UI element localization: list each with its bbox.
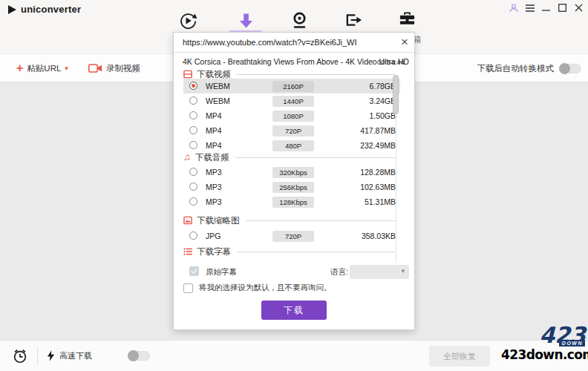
quality-badge: 2160P xyxy=(272,81,314,92)
scrollbar-thumb[interactable] xyxy=(393,75,399,114)
size-label: 3.24GB xyxy=(369,96,396,105)
original-subtitle-checkbox[interactable] xyxy=(189,266,199,276)
radio[interactable] xyxy=(189,96,197,105)
caret-down-icon: ▾ xyxy=(65,65,68,72)
section-divider-line xyxy=(246,220,396,221)
play-triangle-icon xyxy=(7,4,17,15)
size-label: 6.78GB xyxy=(369,82,396,91)
subtitle-section-header: 下载字幕 xyxy=(183,246,395,257)
video-option-row[interactable]: MP4 1080P 1.50GB xyxy=(183,108,400,123)
high-speed-download-group: 高速下载 xyxy=(47,350,150,361)
subtitle-section-label: 下载字幕 xyxy=(197,246,231,257)
radio[interactable] xyxy=(189,126,197,134)
close-icon[interactable] xyxy=(574,3,584,13)
radio[interactable] xyxy=(189,111,197,119)
toggle-knob xyxy=(128,350,139,361)
quality-badge: 1080P xyxy=(272,111,314,122)
schedule-clock-icon[interactable] xyxy=(12,348,28,364)
set-default-checkbox[interactable] xyxy=(183,283,193,293)
download-button[interactable]: 下载 xyxy=(261,301,327,320)
format-label: JPG xyxy=(206,232,220,240)
thumbnail-section-icon xyxy=(183,216,192,225)
size-label: 417.87MB xyxy=(360,126,396,135)
toggle-knob xyxy=(559,63,570,74)
maximize-icon[interactable] xyxy=(558,3,567,13)
original-subtitle-label: 原始字幕 xyxy=(206,267,237,278)
dialog-close-icon[interactable]: × xyxy=(401,34,408,50)
radio-selected[interactable] xyxy=(189,82,197,90)
video-option-row[interactable]: WEBM 1440P 3.24GB xyxy=(183,93,400,108)
format-label: MP4 xyxy=(206,126,222,135)
language-label: 语言: xyxy=(330,267,348,278)
quality-badge: 1440P xyxy=(272,96,314,107)
thumbnail-section-header: 下载缩略图 xyxy=(183,215,395,226)
audio-option-row[interactable]: MP3 128Kbps 51.31MB xyxy=(183,194,400,209)
audio-section-header: ♫ 下载音频 xyxy=(183,152,395,162)
download-tab-icon[interactable] xyxy=(238,13,254,30)
423down-watermark: 423 DOWN 423down.com xyxy=(501,325,586,362)
format-label: WEBM xyxy=(206,96,230,105)
video-option-row[interactable]: MP4 480P 232.49MB xyxy=(183,138,400,153)
video-section-header: 下载视频 xyxy=(183,69,395,79)
audio-option-row[interactable]: MP3 256Kbps 102.63MB xyxy=(183,180,400,194)
app-name: uniconverter xyxy=(21,4,81,15)
thumbnail-section-label: 下载缩略图 xyxy=(197,215,240,226)
watermark-down: DOWN xyxy=(559,340,585,347)
subtitle-option-row: 原始字幕 语言: ▾ xyxy=(183,264,400,279)
set-default-row[interactable]: 将我的选择设为默认，且不要再询问。 xyxy=(183,282,406,294)
quality-badge: 256Kbps xyxy=(272,182,314,193)
video-option-row[interactable]: WEBM 2160P 6.78GB xyxy=(183,79,400,93)
quality-badge: 320Kbps xyxy=(272,167,314,178)
format-label: MP4 xyxy=(206,141,222,150)
section-divider-line xyxy=(235,157,395,158)
toolbox-tab-icon[interactable] xyxy=(399,11,416,27)
menu-icon[interactable] xyxy=(525,3,535,13)
size-label: 51.31MB xyxy=(365,197,396,206)
recorder-tab-icon[interactable] xyxy=(291,11,308,30)
bottom-bar: 高速下载 全部恢复 xyxy=(0,340,588,371)
video-section-icon xyxy=(183,70,192,79)
video-duration: 00:54:44 xyxy=(377,58,405,66)
plus-icon: + xyxy=(16,62,23,74)
audio-option-row[interactable]: MP3 320Kbps 128.28MB xyxy=(183,165,400,180)
record-video-label: 录制视频 xyxy=(106,63,140,74)
video-url[interactable]: https://www.youtube.com/watch?v=zBKei6Ji… xyxy=(183,38,356,47)
video-title: 4K Corsica - Breathtaking Views From Abo… xyxy=(183,57,409,66)
paste-url-label: 粘贴URL xyxy=(27,63,61,74)
section-divider-line xyxy=(237,74,395,75)
lightning-icon xyxy=(47,350,55,361)
quality-badge: 720P xyxy=(272,125,314,137)
size-label: 232.49MB xyxy=(360,141,396,150)
language-dropdown[interactable]: ▾ xyxy=(350,265,409,279)
minimize-icon[interactable] xyxy=(541,3,551,13)
high-speed-toggle[interactable] xyxy=(128,351,150,361)
app-logo: uniconverter xyxy=(7,4,81,15)
paste-url-button[interactable]: + 粘贴URL ▾ xyxy=(16,54,68,82)
convert-tab-icon[interactable] xyxy=(178,11,197,30)
radio[interactable] xyxy=(189,168,197,176)
radio[interactable] xyxy=(189,183,197,191)
auto-convert-group: 下载后自动转换模式 xyxy=(477,54,582,82)
high-speed-label: 高速下载 xyxy=(59,350,92,361)
thumbnail-option-row[interactable]: JPG 720P 358.03KB xyxy=(183,229,400,243)
format-label: MP4 xyxy=(206,111,222,120)
video-option-row[interactable]: MP4 720P 417.87MB xyxy=(183,123,400,138)
size-label: 358.03KB xyxy=(362,232,396,240)
radio[interactable] xyxy=(189,197,197,206)
resume-all-button[interactable]: 全部恢复 xyxy=(429,346,490,367)
quality-badge: 128Kbps xyxy=(272,197,314,208)
language-value xyxy=(350,269,354,277)
record-video-button[interactable]: 录制视频 xyxy=(88,54,140,82)
auto-convert-toggle[interactable] xyxy=(559,64,581,73)
divider xyxy=(37,347,38,365)
set-default-label: 将我的选择设为默认，且不要再询问。 xyxy=(199,283,332,293)
account-icon[interactable] xyxy=(509,3,518,13)
radio[interactable] xyxy=(189,141,197,149)
size-label: 1.50GB xyxy=(369,111,396,120)
format-label: MP3 xyxy=(206,168,222,177)
editor-tab-icon[interactable] xyxy=(344,11,362,29)
url-row: https://www.youtube.com/watch?v=zBKei6Ji… xyxy=(174,33,414,53)
size-label: 128.28MB xyxy=(360,168,396,177)
radio[interactable] xyxy=(189,232,197,240)
format-label: MP3 xyxy=(206,183,222,191)
